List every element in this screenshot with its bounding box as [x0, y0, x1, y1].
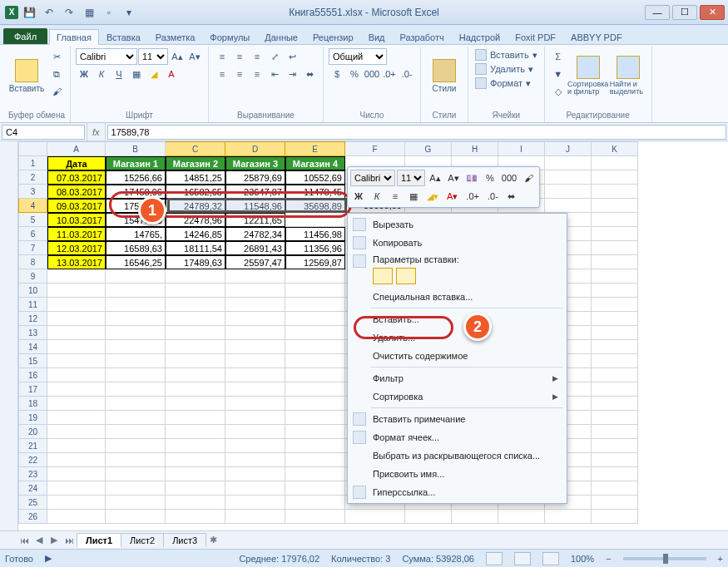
mini-fontcolor-icon[interactable]: A▾: [443, 188, 461, 205]
fill-color-icon[interactable]: ◢: [146, 66, 162, 82]
cell-C17[interactable]: [166, 382, 225, 397]
cell-K9[interactable]: [592, 269, 638, 284]
cell-A22[interactable]: [47, 453, 106, 467]
number-format-select[interactable]: Общий: [329, 48, 387, 65]
row-header-25[interactable]: 25: [18, 496, 47, 510]
cell-K15[interactable]: [592, 354, 638, 368]
sheet-nav-last[interactable]: ⏭: [62, 533, 77, 548]
mini-font-select[interactable]: Calibri: [350, 170, 395, 186]
cell-A8[interactable]: 13.03.2017: [47, 255, 106, 269]
cell-K11[interactable]: [592, 298, 638, 312]
styles-button[interactable]: Стили: [426, 48, 463, 103]
tab-addins[interactable]: Надстрой: [452, 29, 508, 44]
cell-K3[interactable]: [592, 185, 638, 199]
cells-insert-button[interactable]: Вставить ▾: [473, 48, 539, 62]
cm-copy[interactable]: Копировать: [349, 234, 565, 252]
name-box[interactable]: C4: [2, 125, 85, 140]
cm-insert-comment[interactable]: Вставить примечание: [349, 410, 565, 428]
column-header-D[interactable]: D: [225, 141, 285, 156]
cell-C9[interactable]: [166, 269, 225, 284]
cell-K16[interactable]: [592, 368, 638, 382]
row-header-7[interactable]: 7: [18, 241, 47, 255]
cell-A3[interactable]: 08.03.2017: [47, 185, 106, 199]
column-header-J[interactable]: J: [545, 141, 592, 156]
cell-A4[interactable]: 09.03.2017: [47, 199, 106, 213]
cell-C22[interactable]: [166, 453, 225, 467]
border-icon[interactable]: ▦: [128, 66, 145, 82]
column-header-I[interactable]: I: [498, 141, 545, 156]
maximize-button[interactable]: ☐: [672, 5, 697, 20]
cell-C8[interactable]: 17489,63: [166, 255, 225, 269]
cell-A7[interactable]: 12.03.2017: [47, 241, 106, 255]
column-header-K[interactable]: K: [592, 141, 638, 156]
cell-E10[interactable]: [285, 284, 345, 298]
cell-K2[interactable]: [592, 170, 638, 185]
decrease-decimal-icon[interactable]: .0-: [399, 66, 415, 82]
cell-B18[interactable]: [106, 397, 166, 411]
paste-button[interactable]: Вставить: [8, 48, 45, 103]
cell-D3[interactable]: 23647,87: [225, 185, 285, 199]
cell-K24[interactable]: [592, 481, 638, 496]
align-center-icon[interactable]: ≡: [231, 66, 248, 82]
cell-D10[interactable]: [225, 284, 285, 298]
bold-button[interactable]: Ж: [76, 66, 92, 82]
cell-K1[interactable]: [592, 156, 638, 170]
cell-C21[interactable]: [166, 439, 225, 453]
mini-border-icon[interactable]: ▦: [405, 188, 422, 205]
cell-B21[interactable]: [106, 439, 166, 453]
cell-E12[interactable]: [285, 312, 345, 326]
cell-C18[interactable]: [166, 397, 225, 411]
new-sheet-button[interactable]: ✱: [206, 533, 220, 548]
cell-E4[interactable]: 35698,89: [285, 199, 345, 213]
cell-A9[interactable]: [47, 269, 106, 284]
cell-A11[interactable]: [47, 298, 106, 312]
worksheet-grid[interactable]: ABCDEFGHIJK 1234567891011121314151617181…: [0, 141, 728, 530]
tab-insert[interactable]: Вставка: [99, 29, 148, 44]
cell-K12[interactable]: [592, 312, 638, 326]
column-header-C[interactable]: C: [166, 141, 225, 156]
cell-K25[interactable]: [592, 496, 638, 510]
zoom-out-button[interactable]: −: [606, 554, 611, 564]
cell-E2[interactable]: 10552,69: [285, 170, 345, 185]
cell-K4[interactable]: [592, 199, 638, 213]
cell-C7[interactable]: 18111,54: [166, 241, 225, 255]
row-header-22[interactable]: 22: [18, 453, 47, 467]
cell-C15[interactable]: [166, 354, 225, 368]
row-header-24[interactable]: 24: [18, 481, 47, 496]
find-select-button[interactable]: Найти и выделить: [610, 48, 646, 103]
increase-indent-icon[interactable]: ⇥: [284, 66, 300, 82]
cell-C23[interactable]: [166, 467, 225, 481]
cell-K22[interactable]: [592, 453, 638, 467]
qat-btn-4[interactable]: ▦: [80, 3, 98, 22]
cell-C10[interactable]: [166, 284, 225, 298]
grow-font-icon[interactable]: A▴: [169, 48, 186, 65]
cm-pick-from-list[interactable]: Выбрать из раскрывающегося списка...: [349, 446, 565, 465]
cm-delete[interactable]: Удалить...: [349, 328, 565, 347]
cell-J2[interactable]: [545, 170, 592, 185]
cell-E19[interactable]: [285, 411, 345, 425]
status-macro-icon[interactable]: ▶: [45, 553, 52, 564]
cell-D16[interactable]: [225, 368, 285, 382]
cm-cut[interactable]: Вырезать: [349, 215, 565, 234]
column-header-H[interactable]: H: [452, 141, 498, 156]
cell-K20[interactable]: [592, 425, 638, 439]
row-header-18[interactable]: 18: [18, 397, 47, 411]
cell-B1[interactable]: Магазин 1: [106, 156, 166, 170]
cm-paste-special[interactable]: Специальная вставка...: [349, 288, 565, 306]
row-header-16[interactable]: 16: [18, 368, 47, 382]
cell-A6[interactable]: 11.03.2017: [47, 227, 106, 241]
cell-C14[interactable]: [166, 340, 225, 354]
row-header-23[interactable]: 23: [18, 467, 47, 481]
cell-K8[interactable]: [592, 255, 638, 269]
sheet-tab-2[interactable]: Лист2: [121, 533, 164, 547]
cell-E3[interactable]: 11478,45: [285, 185, 345, 199]
cell-B6[interactable]: 14765,: [106, 227, 166, 241]
cell-E9[interactable]: [285, 269, 345, 284]
row-header-8[interactable]: 8: [18, 255, 47, 269]
cell-C13[interactable]: [166, 326, 225, 340]
cell-D5[interactable]: 12211,65: [225, 213, 285, 227]
cell-A1[interactable]: Дата: [47, 156, 106, 170]
column-header-E[interactable]: E: [285, 141, 345, 156]
cell-A23[interactable]: [47, 467, 106, 481]
column-header-A[interactable]: A: [47, 141, 106, 156]
